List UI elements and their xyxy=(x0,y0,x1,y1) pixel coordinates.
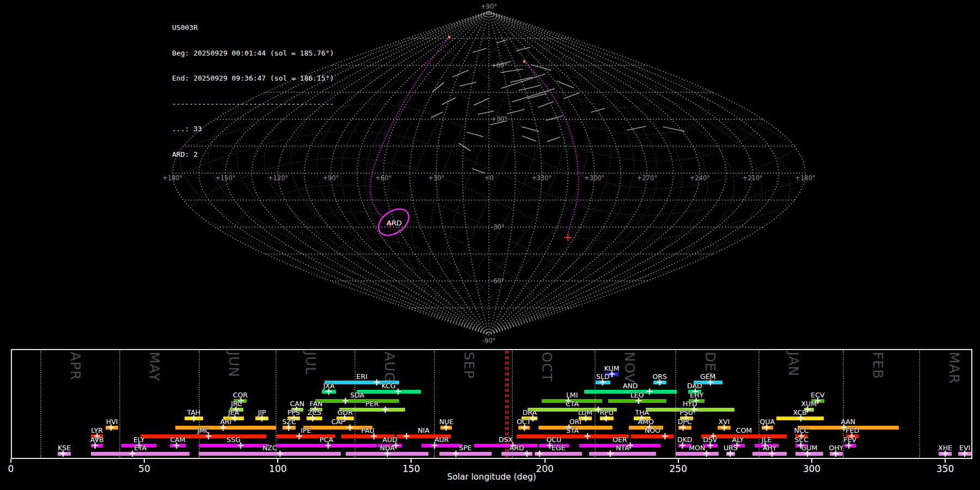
month-gridline xyxy=(119,351,120,457)
shower-label-AAN: AAN xyxy=(831,418,866,426)
shower-peak-marker-NZC: + xyxy=(276,450,284,458)
x-axis-tick xyxy=(144,459,145,463)
shower-peak-marker-ETA: + xyxy=(128,450,136,458)
month-gridline xyxy=(199,351,200,457)
shower-bar-MON xyxy=(676,452,719,456)
shower-peak-marker-SPE: + xyxy=(452,450,460,458)
x-axis-tick xyxy=(544,459,546,463)
shower-peak-marker-EVI: + xyxy=(961,450,969,458)
x-axis-tick-label: 250 xyxy=(666,463,690,474)
shower-peak-marker-OHY: + xyxy=(832,450,840,458)
shower-peak-marker-OCT: + xyxy=(520,424,528,432)
radiant-map-screen: ARD+90°-90°+180°+150°+120°+90°+60°+30°+0… xyxy=(0,0,980,490)
shower-peak-marker-PCA: + xyxy=(324,442,332,450)
x-axis-tick-label: 0 xyxy=(0,463,23,474)
x-axis-tick-label: 350 xyxy=(933,463,957,474)
month-label: SEP xyxy=(462,352,477,422)
activity-timeline: APRMAYJUNJULAUGSEPOCTNOVDECJANFEBMARKUM+… xyxy=(0,0,980,490)
shower-peak-marker-QUA: + xyxy=(763,424,770,432)
shower-label-NIA: NIA xyxy=(406,426,441,434)
x-axis-tick xyxy=(10,459,11,463)
shower-peak-marker-EGE: + xyxy=(536,450,543,458)
shower-peak-marker-GUM: + xyxy=(804,450,811,458)
shower-label-CTA: CTA xyxy=(555,400,590,408)
shower-peak-marker-AUR: + xyxy=(431,442,438,450)
x-axis-tick-label: 150 xyxy=(399,463,423,474)
shower-peak-marker-NDA: + xyxy=(383,450,391,458)
shower-peak-marker-URS: + xyxy=(726,450,734,458)
shower-peak-marker-AVB: + xyxy=(91,442,99,450)
x-axis-tick xyxy=(811,459,812,463)
shower-label-EGE: EGE xyxy=(541,444,576,452)
shower-label-PAU: PAU xyxy=(351,426,385,434)
x-axis-title: Solar longitude (deg) xyxy=(426,472,557,482)
shower-peak-marker-JIP: + xyxy=(258,415,266,422)
shower-peak-marker-XCB: + xyxy=(797,415,805,422)
shower-peak-marker-SLD: + xyxy=(599,379,607,387)
shower-peak-marker-DPC: + xyxy=(679,424,687,432)
shower-bar-ETA xyxy=(91,452,189,456)
shower-peak-marker-KSE: + xyxy=(59,450,67,458)
shower-bar-SPE xyxy=(439,452,492,456)
month-label: MAR xyxy=(947,352,962,422)
shower-peak-marker-ARD: + xyxy=(523,450,531,458)
shower-peak-marker-PER: + xyxy=(381,406,389,414)
month-label: APR xyxy=(69,352,83,422)
shower-label-OCU: OCU xyxy=(536,436,571,444)
shower-peak-marker-LEO: + xyxy=(635,397,642,405)
month-label: MAY xyxy=(148,352,162,422)
x-axis-tick xyxy=(678,459,679,463)
shower-peak-marker-SDA: + xyxy=(341,397,349,405)
shower-peak-marker-NTA: + xyxy=(607,450,614,458)
shower-peak-marker-STA: + xyxy=(584,433,591,440)
shower-peak-marker-RPU: + xyxy=(602,415,610,422)
month-gridline xyxy=(919,351,920,457)
shower-label-SSG: SSG xyxy=(216,436,251,444)
x-axis-tick xyxy=(411,459,412,463)
month-gridline xyxy=(40,351,41,457)
shower-peak-marker-IPE: + xyxy=(296,433,303,440)
shower-peak-marker-AHY: + xyxy=(768,450,776,458)
shower-label-AUR: AUR xyxy=(424,436,459,444)
shower-peak-marker-ZCS: + xyxy=(309,415,316,422)
shower-peak-marker-JMC: + xyxy=(205,433,212,440)
shower-label-AND: AND xyxy=(613,382,648,390)
x-axis-tick-label: 50 xyxy=(132,463,156,474)
shower-label-JMC: JMC xyxy=(186,426,221,434)
shower-peak-marker-JXA: + xyxy=(324,388,332,396)
shower-peak-marker-MON: + xyxy=(703,450,710,458)
shower-peak-marker-SSG: + xyxy=(237,442,244,450)
shower-peak-marker-KCG: + xyxy=(394,388,402,396)
shower-label-IPE: IPE xyxy=(289,426,323,434)
x-axis-tick xyxy=(277,459,278,463)
shower-label-COM: COM xyxy=(726,426,761,434)
shower-bar-NZC xyxy=(199,452,340,456)
month-label: FEB xyxy=(871,352,886,422)
shower-peak-marker-TAH: + xyxy=(190,415,198,422)
shower-peak-marker-CAM: + xyxy=(173,442,180,450)
x-axis-tick xyxy=(945,459,946,463)
shower-peak-marker-NUE: + xyxy=(442,424,450,432)
month-gridline xyxy=(275,351,277,457)
x-axis-tick-label: 300 xyxy=(800,463,824,474)
x-axis-tick-label: 100 xyxy=(266,463,290,474)
shower-label-ORI: ORI xyxy=(558,418,593,426)
shower-label-DSX: DSX xyxy=(488,436,523,444)
shower-peak-marker-ORS: + xyxy=(656,379,663,387)
shower-label-AUD: AUD xyxy=(372,436,407,444)
shower-bar-NTA xyxy=(589,452,656,456)
